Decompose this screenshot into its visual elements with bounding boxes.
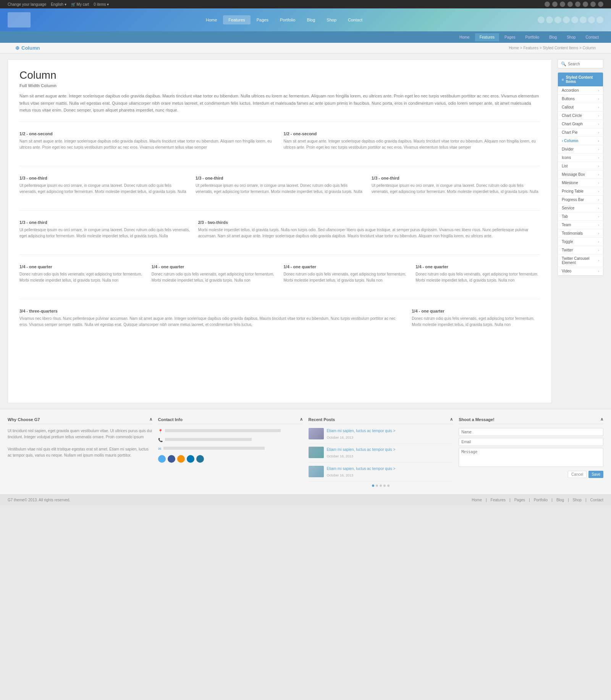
- sec-nav-shop[interactable]: Shop: [562, 33, 580, 41]
- footer-link-shop[interactable]: Shop: [573, 498, 582, 502]
- dot-4[interactable]: [383, 484, 386, 487]
- sec-nav-features[interactable]: Features: [475, 33, 499, 41]
- sidebar-item-video[interactable]: Video›: [558, 267, 603, 275]
- cart-count[interactable]: 0 items ▾: [94, 2, 109, 6]
- footer-post-3-title[interactable]: Etiam mi sapien, luctus ac tempor quis >: [327, 466, 396, 472]
- footer-link-contact[interactable]: Contact: [590, 498, 603, 502]
- footer-linkedin-icon[interactable]: [187, 455, 194, 463]
- footer-form-message[interactable]: [459, 448, 603, 467]
- col-third-2-text: Ut pellentesque ipsum eu orci ornare, in…: [196, 183, 364, 195]
- sidebar-item-milestone[interactable]: Milestone›: [558, 179, 603, 187]
- dot-1[interactable]: [372, 484, 374, 487]
- sec-nav-blog[interactable]: Blog: [545, 33, 561, 41]
- language-value[interactable]: English ▾: [51, 2, 66, 6]
- footer-contact-toggle[interactable]: ∧: [300, 417, 303, 422]
- sidebar-item-divider[interactable]: Divider›: [558, 145, 603, 154]
- header-email2-icon[interactable]: [588, 16, 595, 23]
- sidebar-item-chart-graph[interactable]: Chart Graph›: [558, 120, 603, 128]
- dot-5[interactable]: [387, 484, 390, 487]
- nav-blog[interactable]: Blog: [301, 15, 320, 24]
- language-label: Change your language: [8, 2, 46, 6]
- sidebar-item-pricing-table[interactable]: Pricing Table›: [558, 187, 603, 196]
- youtube-icon[interactable]: [575, 2, 580, 7]
- header-facebook-icon[interactable]: [546, 16, 553, 23]
- footer-form-save[interactable]: Save: [588, 471, 603, 478]
- sidebar-widget-icon: ≡: [562, 78, 564, 82]
- sec-nav-contact[interactable]: Contact: [581, 33, 603, 41]
- wordpress-icon[interactable]: [598, 2, 603, 7]
- sidebar-item-team[interactable]: Team›: [558, 221, 603, 229]
- footer-contact-content: 📍 📞 ✉: [158, 428, 303, 463]
- secondary-nav-items: Home Features Pages Portfolio Blog Shop …: [455, 33, 603, 41]
- footer-form-cancel[interactable]: Cancel: [568, 471, 587, 478]
- sidebar-item-message-box[interactable]: Message Box›: [558, 170, 603, 179]
- email-icon[interactable]: [590, 2, 596, 7]
- footer-post-3-info: Etiam mi sapien, luctus ac tempor quis >…: [327, 466, 396, 478]
- facebook-icon[interactable]: [552, 2, 558, 7]
- twitter-icon[interactable]: [545, 2, 550, 7]
- footer-top: Why Choose G7 ∧ Ut tincidunt nisl sapien…: [0, 409, 611, 494]
- gplus-icon[interactable]: [560, 2, 565, 7]
- sec-nav-pages[interactable]: Pages: [500, 33, 520, 41]
- nav-pages[interactable]: Pages: [251, 15, 274, 24]
- footer-post-2-title[interactable]: Etiam mi sapien, luctus ac tempor quis >: [327, 447, 396, 453]
- rss-icon[interactable]: [583, 2, 588, 7]
- logo[interactable]: [8, 12, 31, 28]
- sidebar-item-accordion[interactable]: Accordion›: [558, 86, 603, 95]
- footer-facebook-icon[interactable]: [168, 455, 175, 463]
- footer-twitter-icon[interactable]: [158, 455, 166, 463]
- sidebar-item-testimonials[interactable]: Testimonials›: [558, 229, 603, 238]
- col-one-third: 1/3 - one-third Ut pellentesque ipsum eu…: [19, 220, 191, 239]
- footer-link-pages[interactable]: Pages: [514, 498, 525, 502]
- nav-shop[interactable]: Shop: [321, 15, 342, 24]
- sidebar-item-icons[interactable]: Icons›: [558, 154, 603, 162]
- search-input[interactable]: [568, 62, 611, 66]
- header-gplus-icon[interactable]: [554, 16, 561, 23]
- header-pinterest-icon[interactable]: [563, 16, 570, 23]
- footer-contact-header: Contact Info ∧: [158, 417, 303, 424]
- footer-form-name[interactable]: [459, 428, 603, 436]
- linkedin-icon[interactable]: [567, 2, 573, 7]
- sidebar-item-tab[interactable]: Tab›: [558, 212, 603, 221]
- nav-home[interactable]: Home: [200, 15, 222, 24]
- nav-portfolio[interactable]: Portfolio: [275, 15, 301, 24]
- footer-link-portfolio[interactable]: Portfolio: [534, 498, 548, 502]
- sidebar-item-chart-circle[interactable]: Chart Circle›: [558, 112, 603, 120]
- sidebar-item-column[interactable]: › Column›: [558, 137, 603, 145]
- sec-nav-home[interactable]: Home: [455, 33, 474, 41]
- footer-link-features[interactable]: Features: [491, 498, 506, 502]
- header-rss-icon[interactable]: [580, 16, 587, 23]
- dot-3[interactable]: [380, 484, 382, 487]
- sidebar-item-list[interactable]: List›: [558, 162, 603, 170]
- footer-link-home[interactable]: Home: [472, 498, 482, 502]
- footer-why-toggle[interactable]: ∧: [149, 417, 152, 422]
- sidebar-item-chart-pie[interactable]: Chart Pie›: [558, 128, 603, 137]
- footer-form-email[interactable]: [459, 438, 603, 446]
- half-columns-section: 1/2 - one-second Nam sit amet augue ante…: [19, 131, 540, 166]
- header-youtube-icon[interactable]: [571, 16, 578, 23]
- nav-contact[interactable]: Contact: [343, 15, 368, 24]
- sidebar-item-twitter-carousel[interactable]: Twitter Carousel Element›: [558, 254, 603, 267]
- sidebar-item-progress-bar[interactable]: Progress Bar›: [558, 196, 603, 204]
- dot-2[interactable]: [376, 484, 378, 487]
- footer-message-toggle[interactable]: ∧: [600, 417, 603, 422]
- sidebar-item-service[interactable]: Service›: [558, 204, 603, 212]
- sec-nav-portfolio[interactable]: Portfolio: [520, 33, 544, 41]
- footer-posts-toggle[interactable]: ∧: [450, 417, 453, 422]
- footer-post-1-title[interactable]: Etiam mi sapien, luctus ac tempor quis >: [327, 428, 396, 434]
- col-three-quarters-text: Vivamus nec libero risus. Nunc pellentes…: [19, 316, 404, 328]
- sidebar-item-toggle[interactable]: Toggle›: [558, 238, 603, 246]
- sidebar-item-callout[interactable]: Callout›: [558, 103, 603, 112]
- main-nav: Home Features Pages Portfolio Blog Shop …: [200, 15, 368, 24]
- footer-rss-icon[interactable]: [177, 455, 185, 463]
- header-wp-icon[interactable]: [596, 16, 603, 23]
- footer-post-thumb-3: [309, 466, 324, 477]
- col-quarter-1-text: Donec rutrum odio quis felis venenatis, …: [19, 271, 144, 284]
- header-twitter-icon[interactable]: [538, 16, 545, 23]
- footer-link-blog[interactable]: Blog: [556, 498, 564, 502]
- nav-features[interactable]: Features: [223, 15, 250, 24]
- breadcrumb-icon: ⊕: [15, 45, 19, 51]
- footer-wp-icon[interactable]: [196, 455, 204, 463]
- sidebar-item-twitter[interactable]: Twitter›: [558, 246, 603, 254]
- sidebar-item-buttons[interactable]: Buttons›: [558, 95, 603, 103]
